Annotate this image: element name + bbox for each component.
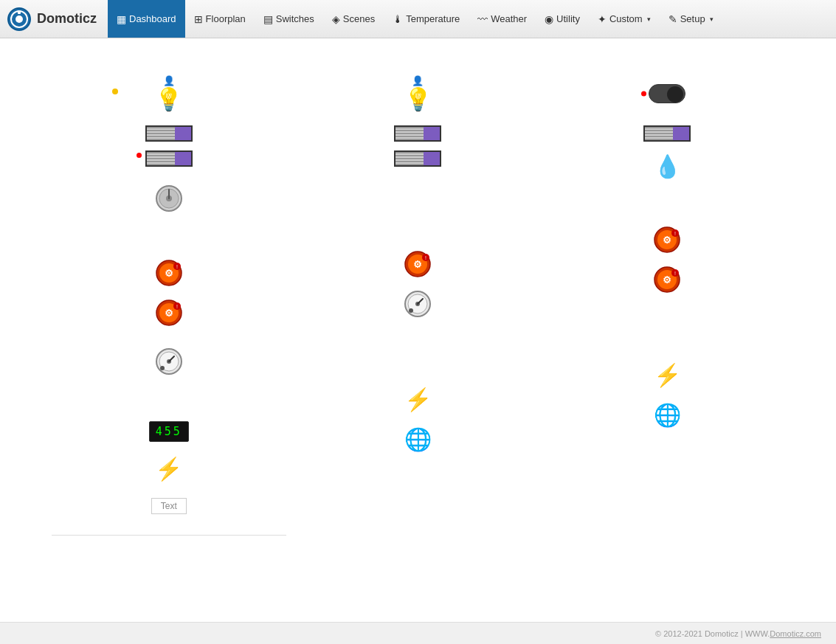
fire-widget-1a[interactable]: ⚙ ! bbox=[155, 257, 183, 288]
dimmer-widget-1b[interactable] bbox=[145, 150, 193, 167]
lightning-icon-2: ⚡ bbox=[404, 387, 432, 412]
svg-point-32 bbox=[409, 308, 413, 313]
fire-widget-3b[interactable]: ⚙ ! bbox=[653, 264, 681, 295]
column-1: 👤 💡 bbox=[52, 75, 286, 536]
svg-point-2 bbox=[15, 15, 23, 23]
globe-widget-3[interactable]: 🌐 bbox=[654, 399, 681, 430]
brand-name: Domoticz bbox=[37, 11, 97, 27]
counter-widget-1[interactable]: 455 bbox=[149, 418, 189, 444]
pressure-widget-1[interactable] bbox=[155, 346, 183, 377]
lightning-widget-3[interactable]: ⚡ bbox=[654, 359, 681, 390]
pressure-svg-1 bbox=[155, 347, 183, 375]
weather-icon: 〰 bbox=[477, 13, 488, 25]
navbar: Domoticz ▦ Dashboard ⊞ Floorplan ▤ Switc… bbox=[0, 0, 836, 38]
nav-custom[interactable]: ✦ Custom ▾ bbox=[589, 0, 660, 38]
column-3: 💧 ⚙ ! ⚙ bbox=[550, 75, 784, 536]
footer-link[interactable]: Domoticz.com bbox=[770, 629, 821, 638]
dimmer-left-1b bbox=[147, 152, 175, 165]
nav-setup-label: Setup bbox=[680, 13, 705, 24]
custom-dropdown-icon: ▾ bbox=[647, 15, 651, 23]
dimmer-right-2a bbox=[424, 127, 440, 140]
custom-icon: ✦ bbox=[598, 13, 607, 25]
svg-text:!: ! bbox=[176, 264, 178, 269]
nav-dashboard-label: Dashboard bbox=[129, 13, 176, 24]
nav-scenes-label: Scenes bbox=[343, 13, 375, 24]
setup-icon: ✎ bbox=[669, 13, 677, 25]
fire-widget-1b[interactable]: ⚙ ! bbox=[155, 297, 183, 328]
dimmer-left-2a bbox=[395, 127, 424, 140]
svg-text:⚙: ⚙ bbox=[663, 274, 671, 285]
dimmer-widget-2b[interactable] bbox=[394, 150, 441, 167]
svg-text:⚙: ⚙ bbox=[165, 308, 173, 319]
fire-widget-2a[interactable]: ⚙ ! bbox=[404, 249, 432, 280]
brand-logo bbox=[7, 7, 31, 31]
lightning-icon-1: ⚡ bbox=[155, 456, 182, 482]
text-widget-1[interactable]: Text bbox=[151, 493, 187, 519]
dimmer-left-1a bbox=[147, 127, 175, 140]
utility-icon: ◉ bbox=[545, 13, 553, 25]
dimmer-widget-3a[interactable] bbox=[643, 125, 691, 142]
device-grid: 👤 💡 bbox=[7, 60, 829, 550]
dimmer-widget-2a[interactable] bbox=[394, 125, 441, 142]
nav-floorplan-label: Floorplan bbox=[206, 13, 246, 24]
red-indicator bbox=[137, 153, 142, 158]
svg-text:!: ! bbox=[674, 231, 676, 236]
svg-text:!: ! bbox=[426, 255, 427, 260]
counter-display: 455 bbox=[149, 421, 189, 442]
fire-svg-1a: ⚙ ! bbox=[155, 259, 183, 287]
toggle-widget-3[interactable] bbox=[649, 75, 685, 112]
pressure-svg-2 bbox=[404, 290, 432, 318]
text-display: Text bbox=[151, 498, 187, 514]
fire-svg-2a: ⚙ ! bbox=[404, 250, 432, 278]
fire-svg-3a: ⚙ ! bbox=[653, 226, 681, 254]
section-divider-1 bbox=[52, 535, 286, 536]
nav-switches-label: Switches bbox=[276, 13, 314, 24]
setup-dropdown-icon: ▾ bbox=[710, 15, 714, 23]
person-icon-2: 👤 bbox=[412, 75, 424, 86]
switches-icon: ▤ bbox=[263, 13, 273, 25]
scenes-icon: ◈ bbox=[332, 13, 340, 25]
person-icon-1: 👤 bbox=[163, 75, 175, 86]
lightning-widget-1[interactable]: ⚡ bbox=[155, 453, 182, 484]
nav-floorplan[interactable]: ⊞ Floorplan bbox=[185, 0, 255, 38]
nav-utility[interactable]: ◉ Utility bbox=[536, 0, 589, 38]
dimmer-left-2b bbox=[395, 152, 424, 165]
globe-icon-2: 🌐 bbox=[404, 426, 432, 452]
light-widget-2[interactable]: 👤 💡 bbox=[404, 75, 432, 112]
svg-text:⚙: ⚙ bbox=[663, 235, 671, 246]
nav-scenes[interactable]: ◈ Scenes bbox=[323, 0, 384, 38]
nav-setup[interactable]: ✎ Setup ▾ bbox=[660, 0, 722, 38]
dial-svg-1 bbox=[155, 184, 183, 212]
light-widget-1[interactable]: 👤 💡 bbox=[155, 75, 182, 112]
dimmer-right-1b bbox=[175, 152, 191, 165]
fire-svg-3b: ⚙ ! bbox=[653, 266, 681, 294]
nav-dashboard[interactable]: ▦ Dashboard bbox=[108, 0, 185, 38]
nav-switches[interactable]: ▤ Switches bbox=[255, 0, 323, 38]
waterdrop-icon-3: 💧 bbox=[654, 153, 681, 179]
dimmer-right-3a bbox=[673, 127, 689, 140]
nav-temperature[interactable]: 🌡 Temperature bbox=[384, 0, 469, 38]
toggle-thumb bbox=[667, 86, 683, 103]
nav-weather[interactable]: 〰 Weather bbox=[469, 0, 536, 38]
waterdrop-widget-3[interactable]: 💧 bbox=[654, 150, 681, 181]
nav-utility-label: Utility bbox=[556, 13, 580, 24]
dimmer-widget-1a[interactable] bbox=[145, 125, 193, 142]
bulb-icon-1: 💡 bbox=[155, 86, 182, 112]
brand: Domoticz bbox=[7, 7, 97, 31]
footer-copyright: © 2012-2021 Domoticz | WWW. bbox=[655, 629, 770, 638]
fire-widget-3a[interactable]: ⚙ ! bbox=[653, 224, 681, 255]
globe-icon-3: 🌐 bbox=[654, 402, 681, 428]
svg-rect-3 bbox=[18, 10, 21, 14]
yellow-indicator bbox=[112, 89, 118, 94]
pressure-widget-2[interactable] bbox=[404, 288, 432, 319]
nav-items: ▦ Dashboard ⊞ Floorplan ▤ Switches ◈ Sce… bbox=[108, 0, 722, 38]
svg-text:!: ! bbox=[176, 304, 178, 309]
temperature-icon: 🌡 bbox=[393, 13, 403, 25]
globe-widget-2[interactable]: 🌐 bbox=[404, 423, 432, 454]
lightning-widget-2[interactable]: ⚡ bbox=[404, 384, 432, 415]
svg-text:!: ! bbox=[674, 271, 676, 276]
svg-text:⚙: ⚙ bbox=[413, 259, 422, 270]
dial-widget-1[interactable] bbox=[155, 181, 183, 215]
dimmer-right-1a bbox=[175, 127, 191, 140]
floorplan-icon: ⊞ bbox=[194, 13, 203, 25]
